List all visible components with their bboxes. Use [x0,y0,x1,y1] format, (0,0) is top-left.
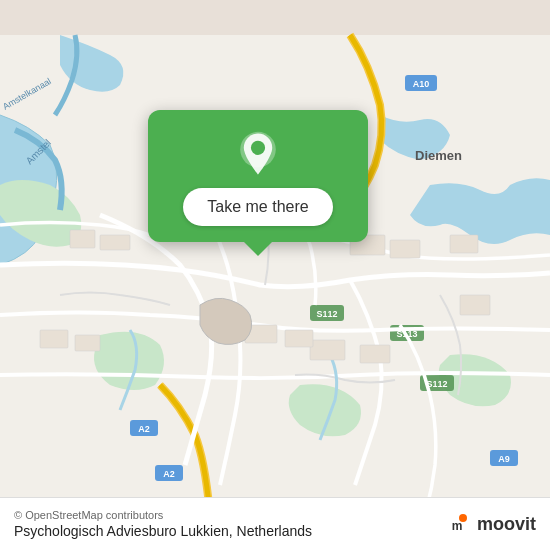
take-me-there-button[interactable]: Take me there [183,188,332,226]
location-name: Psychologisch Adviesburo Lukkien, Nether… [14,523,312,539]
svg-rect-29 [40,330,68,348]
svg-rect-20 [100,235,130,250]
svg-rect-25 [450,235,478,253]
svg-text:A2: A2 [163,469,175,479]
moovit-logo-icon: m [441,508,473,540]
svg-rect-26 [460,295,490,315]
svg-text:Diemen: Diemen [415,148,462,163]
svg-rect-24 [390,240,420,258]
svg-text:A2: A2 [138,424,150,434]
svg-text:A9: A9 [498,454,510,464]
svg-text:A10: A10 [413,79,430,89]
popup-card: Take me there [148,110,368,242]
bottom-left-info: © OpenStreetMap contributors Psychologis… [14,509,312,539]
svg-rect-27 [310,340,345,360]
svg-rect-30 [75,335,100,351]
svg-point-35 [251,141,265,155]
svg-rect-28 [360,345,390,363]
moovit-logo-text: moovit [477,514,536,535]
svg-rect-32 [285,330,313,347]
bottom-bar: © OpenStreetMap contributors Psychologis… [0,497,550,550]
svg-rect-19 [70,230,95,248]
copyright-text: © OpenStreetMap contributors [14,509,312,521]
map-container: A10 A2 A2 S113 S113 S112 S112 A9 [0,0,550,550]
svg-point-38 [459,514,467,522]
moovit-logo: m moovit [441,508,536,540]
location-pin-icon [234,130,282,178]
svg-text:S112: S112 [316,309,337,319]
map-background: A10 A2 A2 S113 S113 S112 S112 A9 [0,0,550,550]
